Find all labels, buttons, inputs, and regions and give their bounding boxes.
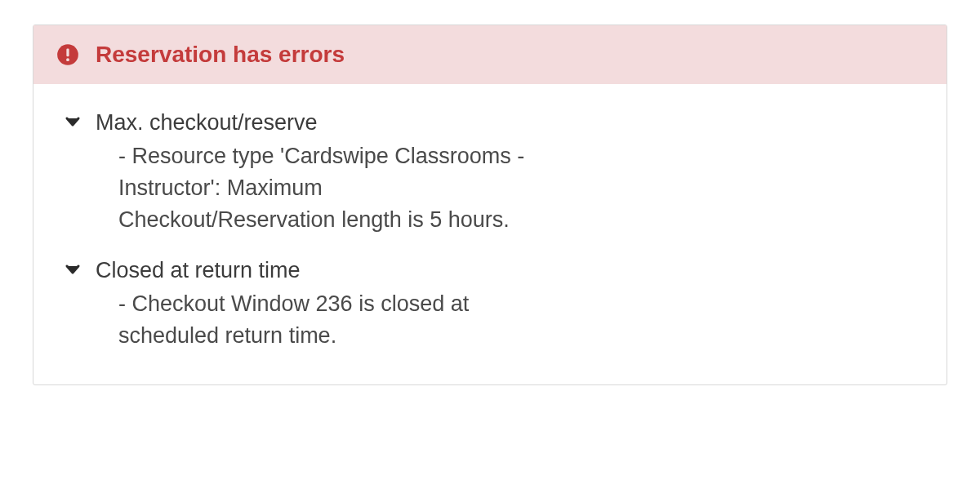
error-item: Max. checkout/reserve - Resource type 'C… — [63, 109, 559, 237]
chevron-down-icon — [63, 112, 82, 131]
error-item-toggle[interactable]: Max. checkout/reserve — [63, 109, 559, 137]
error-item-title: Closed at return time — [96, 256, 301, 285]
error-item-detail: - Resource type 'Cardswipe Classrooms - … — [118, 140, 543, 236]
error-panel: Reservation has errors Max. checkout/res… — [33, 24, 947, 385]
svg-point-2 — [66, 58, 69, 61]
chevron-down-icon — [63, 260, 82, 279]
error-item: Closed at return time - Checkout Window … — [63, 256, 559, 352]
error-item-title: Max. checkout/reserve — [96, 109, 318, 137]
error-item-detail: - Checkout Window 236 is closed at sched… — [118, 288, 543, 352]
error-item-toggle[interactable]: Closed at return time — [63, 256, 559, 285]
error-title: Reservation has errors — [96, 42, 345, 68]
error-circle-icon — [56, 43, 79, 66]
error-body: Max. checkout/reserve - Resource type 'C… — [33, 84, 589, 384]
svg-rect-1 — [66, 48, 69, 56]
error-header: Reservation has errors — [33, 25, 947, 84]
